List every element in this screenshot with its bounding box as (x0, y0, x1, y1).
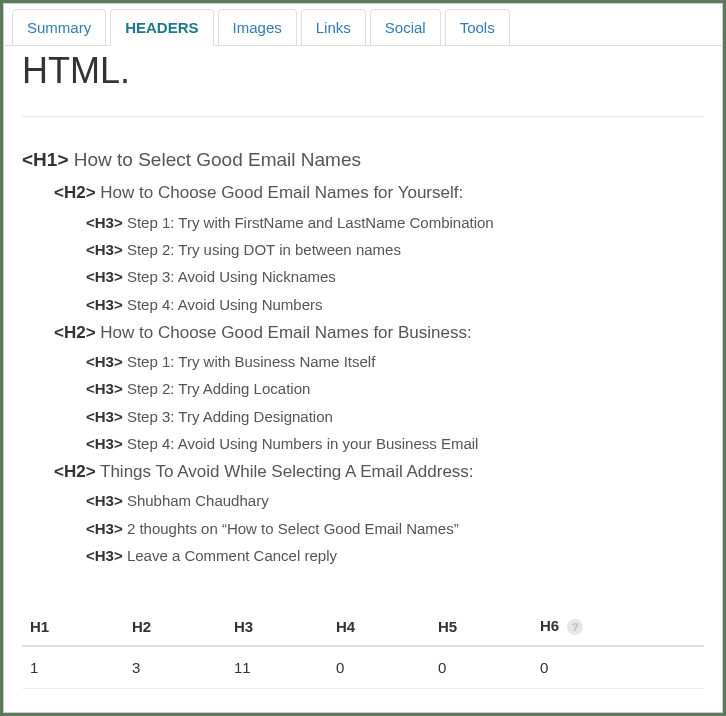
heading-tag: <H3> (86, 268, 123, 285)
heading-text: Step 2: Try Adding Location (127, 380, 310, 397)
outline-row: <H2> How to Choose Good Email Names for … (54, 180, 704, 206)
heading-tag: <H1> (22, 149, 68, 170)
outline-row: <H3> Step 4: Avoid Using Numbers in your… (86, 432, 704, 455)
tab-headers[interactable]: HEADERS (110, 9, 213, 46)
heading-outline: <H1> How to Select Good Email Names <H2>… (22, 145, 704, 567)
tab-content: HTML. <H1> How to Select Good Email Name… (4, 50, 722, 707)
heading-tag: <H3> (86, 241, 123, 258)
heading-text: Step 4: Avoid Using Numbers (127, 296, 323, 313)
heading-text: Leave a Comment Cancel reply (127, 547, 337, 564)
heading-text: How to Choose Good Email Names for Busin… (100, 323, 471, 342)
col-h6: H6 ? (532, 607, 704, 646)
heading-tag: <H3> (86, 353, 123, 370)
heading-counts-table: H1 H2 H3 H4 H5 H6 ? 1 3 11 0 0 (22, 607, 704, 689)
app-frame: Summary HEADERS Images Links Social Tool… (3, 3, 723, 713)
heading-text: Step 1: Try with FirstName and LastName … (127, 214, 494, 231)
heading-tag: <H2> (54, 462, 96, 481)
heading-tag: <H3> (86, 408, 123, 425)
heading-tag: <H3> (86, 214, 123, 231)
heading-tag: <H3> (86, 520, 123, 537)
outline-row: <H3> Step 4: Avoid Using Numbers (86, 293, 704, 316)
page-headline: HTML. (22, 50, 704, 92)
heading-text: Things To Avoid While Selecting A Email … (100, 462, 474, 481)
col-h4: H4 (328, 607, 430, 646)
outline-row: <H3> Step 1: Try with FirstName and Last… (86, 211, 704, 234)
tab-tools[interactable]: Tools (445, 9, 510, 46)
outline-row: <H2> How to Choose Good Email Names for … (54, 320, 704, 346)
count-h5: 0 (430, 646, 532, 689)
outline-row: <H3> Step 3: Avoid Using Nicknames (86, 265, 704, 288)
heading-text: Step 4: Avoid Using Numbers in your Busi… (127, 435, 479, 452)
tab-links[interactable]: Links (301, 9, 366, 46)
outline-row: <H2> Things To Avoid While Selecting A E… (54, 459, 704, 485)
count-h3: 11 (226, 646, 328, 689)
heading-text: Step 3: Try Adding Designation (127, 408, 333, 425)
outline-row: <H3> Step 1: Try with Business Name Itse… (86, 350, 704, 373)
heading-tag: <H2> (54, 323, 96, 342)
heading-text: Step 1: Try with Business Name Itself (127, 353, 375, 370)
outline-row: <H1> How to Select Good Email Names (22, 145, 704, 174)
outline-row: <H3> Step 2: Try using DOT in between na… (86, 238, 704, 261)
heading-tag: <H3> (86, 380, 123, 397)
outline-row: <H3> Leave a Comment Cancel reply (86, 544, 704, 567)
outline-row: <H3> Step 2: Try Adding Location (86, 377, 704, 400)
count-h4: 0 (328, 646, 430, 689)
heading-tag: <H3> (86, 296, 123, 313)
table-row: 1 3 11 0 0 0 (22, 646, 704, 689)
col-h3: H3 (226, 607, 328, 646)
count-h2: 3 (124, 646, 226, 689)
count-h1: 1 (22, 646, 124, 689)
heading-tag: <H3> (86, 435, 123, 452)
heading-tag: <H3> (86, 492, 123, 509)
heading-text: Shubham Chaudhary (127, 492, 269, 509)
heading-text: Step 2: Try using DOT in between names (127, 241, 401, 258)
col-h6-label: H6 (540, 617, 559, 634)
tab-bar: Summary HEADERS Images Links Social Tool… (4, 4, 722, 46)
col-h1: H1 (22, 607, 124, 646)
heading-text: How to Select Good Email Names (74, 149, 361, 170)
outline-row: <H3> 2 thoughts on “How to Select Good E… (86, 517, 704, 540)
col-h5: H5 (430, 607, 532, 646)
table-header-row: H1 H2 H3 H4 H5 H6 ? (22, 607, 704, 646)
heading-text: How to Choose Good Email Names for Yours… (100, 183, 463, 202)
tab-images[interactable]: Images (218, 9, 297, 46)
outline-row: <H3> Shubham Chaudhary (86, 489, 704, 512)
tab-social[interactable]: Social (370, 9, 441, 46)
divider (22, 116, 704, 117)
heading-text: Step 3: Avoid Using Nicknames (127, 268, 336, 285)
heading-text: 2 thoughts on “How to Select Good Email … (127, 520, 459, 537)
col-h2: H2 (124, 607, 226, 646)
heading-tag: <H3> (86, 547, 123, 564)
heading-tag: <H2> (54, 183, 96, 202)
tab-summary[interactable]: Summary (12, 9, 106, 46)
outline-row: <H3> Step 3: Try Adding Designation (86, 405, 704, 428)
count-h6: 0 (532, 646, 704, 689)
help-icon[interactable]: ? (567, 619, 583, 635)
